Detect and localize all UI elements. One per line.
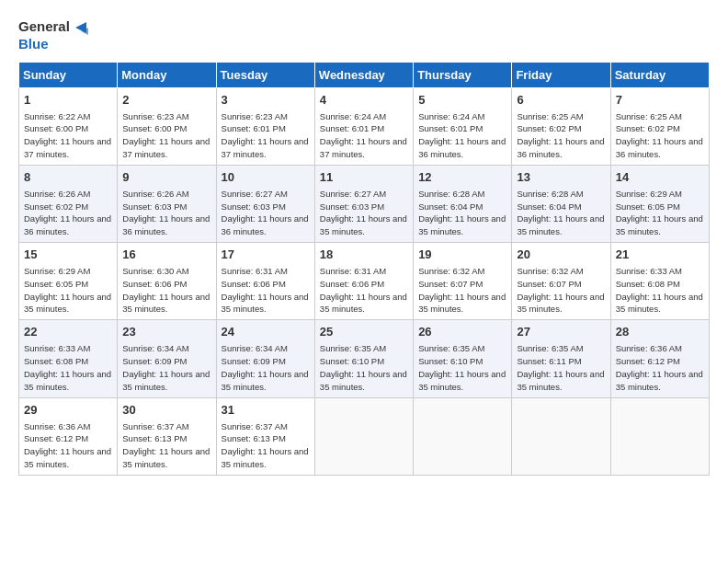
page-header: General Blue — [18, 18, 710, 52]
day-number: 5 — [418, 92, 506, 109]
day-number: 13 — [517, 169, 605, 186]
day-number: 22 — [24, 324, 112, 340]
day-info: Sunrise: 6:30 AMSunset: 6:06 PMDaylight:… — [122, 265, 210, 316]
day-info: Sunrise: 6:32 AMSunset: 6:07 PMDaylight:… — [418, 265, 506, 316]
day-number: 14 — [616, 169, 704, 186]
calendar-cell: 1Sunrise: 6:22 AMSunset: 6:00 PMDaylight… — [19, 87, 118, 165]
day-number: 19 — [418, 247, 506, 263]
calendar-cell: 11Sunrise: 6:27 AMSunset: 6:03 PMDayligh… — [314, 165, 413, 242]
day-number: 18 — [320, 247, 408, 263]
day-number: 29 — [24, 402, 112, 419]
calendar-cell: 24Sunrise: 6:34 AMSunset: 6:09 PMDayligh… — [216, 320, 314, 397]
calendar-table: SundayMondayTuesdayWednesdayThursdayFrid… — [18, 62, 710, 476]
day-number: 26 — [418, 324, 506, 340]
day-info: Sunrise: 6:37 AMSunset: 6:13 PMDaylight:… — [222, 420, 310, 471]
header-day-thursday: Thursday — [414, 62, 512, 87]
calendar-cell: 16Sunrise: 6:30 AMSunset: 6:06 PMDayligh… — [118, 243, 216, 320]
calendar-cell — [610, 397, 709, 475]
day-info: Sunrise: 6:33 AMSunset: 6:08 PMDaylight:… — [616, 265, 704, 316]
calendar-cell: 27Sunrise: 6:35 AMSunset: 6:11 PMDayligh… — [512, 320, 610, 397]
header-day-sunday: Sunday — [19, 62, 118, 87]
calendar-cell: 4Sunrise: 6:24 AMSunset: 6:01 PMDaylight… — [314, 87, 413, 165]
day-info: Sunrise: 6:35 AMSunset: 6:10 PMDaylight:… — [418, 342, 506, 393]
day-number: 30 — [122, 402, 210, 419]
calendar-cell: 20Sunrise: 6:32 AMSunset: 6:07 PMDayligh… — [512, 243, 610, 320]
day-info: Sunrise: 6:22 AMSunset: 6:00 PMDaylight:… — [24, 110, 112, 161]
header-day-friday: Friday — [512, 62, 610, 87]
calendar-cell: 19Sunrise: 6:32 AMSunset: 6:07 PMDayligh… — [414, 243, 512, 320]
day-number: 1 — [24, 92, 112, 109]
day-info: Sunrise: 6:28 AMSunset: 6:04 PMDaylight:… — [418, 188, 506, 238]
header-day-wednesday: Wednesday — [314, 62, 413, 87]
day-info: Sunrise: 6:28 AMSunset: 6:04 PMDaylight:… — [517, 188, 605, 238]
calendar-cell: 9Sunrise: 6:26 AMSunset: 6:03 PMDaylight… — [118, 165, 216, 242]
calendar-cell — [314, 397, 413, 475]
calendar-cell: 30Sunrise: 6:37 AMSunset: 6:13 PMDayligh… — [118, 397, 216, 475]
day-info: Sunrise: 6:29 AMSunset: 6:05 PMDaylight:… — [616, 188, 704, 238]
day-info: Sunrise: 6:35 AMSunset: 6:10 PMDaylight:… — [320, 342, 408, 393]
day-number: 2 — [122, 92, 210, 109]
calendar-cell: 3Sunrise: 6:23 AMSunset: 6:01 PMDaylight… — [216, 87, 314, 165]
day-number: 25 — [320, 324, 408, 340]
header-row: SundayMondayTuesdayWednesdayThursdayFrid… — [19, 62, 710, 87]
day-info: Sunrise: 6:33 AMSunset: 6:08 PMDaylight:… — [24, 342, 112, 393]
day-info: Sunrise: 6:27 AMSunset: 6:03 PMDaylight:… — [222, 188, 310, 238]
day-info: Sunrise: 6:34 AMSunset: 6:09 PMDaylight:… — [122, 342, 210, 393]
week-row-3: 15Sunrise: 6:29 AMSunset: 6:05 PMDayligh… — [19, 243, 710, 320]
day-info: Sunrise: 6:26 AMSunset: 6:03 PMDaylight:… — [122, 188, 210, 238]
calendar-cell: 28Sunrise: 6:36 AMSunset: 6:12 PMDayligh… — [610, 320, 709, 397]
calendar-cell: 29Sunrise: 6:36 AMSunset: 6:12 PMDayligh… — [19, 397, 118, 475]
day-info: Sunrise: 6:37 AMSunset: 6:13 PMDaylight:… — [122, 420, 210, 471]
day-number: 28 — [616, 324, 704, 340]
calendar-cell: 13Sunrise: 6:28 AMSunset: 6:04 PMDayligh… — [512, 165, 610, 242]
day-info: Sunrise: 6:36 AMSunset: 6:12 PMDaylight:… — [616, 342, 704, 393]
calendar-cell: 14Sunrise: 6:29 AMSunset: 6:05 PMDayligh… — [610, 165, 709, 242]
calendar-cell: 2Sunrise: 6:23 AMSunset: 6:00 PMDaylight… — [118, 87, 216, 165]
calendar-cell: 31Sunrise: 6:37 AMSunset: 6:13 PMDayligh… — [216, 397, 314, 475]
day-info: Sunrise: 6:29 AMSunset: 6:05 PMDaylight:… — [24, 265, 112, 316]
header-day-saturday: Saturday — [610, 62, 709, 87]
week-row-4: 22Sunrise: 6:33 AMSunset: 6:08 PMDayligh… — [19, 320, 710, 397]
day-info: Sunrise: 6:36 AMSunset: 6:12 PMDaylight:… — [24, 420, 112, 471]
calendar-cell: 8Sunrise: 6:26 AMSunset: 6:02 PMDaylight… — [19, 165, 118, 242]
calendar-cell: 6Sunrise: 6:25 AMSunset: 6:02 PMDaylight… — [512, 87, 610, 165]
day-info: Sunrise: 6:35 AMSunset: 6:11 PMDaylight:… — [517, 342, 605, 393]
calendar-cell: 12Sunrise: 6:28 AMSunset: 6:04 PMDayligh… — [414, 165, 512, 242]
day-info: Sunrise: 6:31 AMSunset: 6:06 PMDaylight:… — [320, 265, 408, 316]
calendar-cell: 10Sunrise: 6:27 AMSunset: 6:03 PMDayligh… — [216, 165, 314, 242]
day-info: Sunrise: 6:24 AMSunset: 6:01 PMDaylight:… — [418, 110, 506, 161]
week-row-2: 8Sunrise: 6:26 AMSunset: 6:02 PMDaylight… — [19, 165, 710, 242]
day-info: Sunrise: 6:27 AMSunset: 6:03 PMDaylight:… — [320, 188, 408, 238]
day-info: Sunrise: 6:23 AMSunset: 6:01 PMDaylight:… — [222, 110, 310, 161]
logo-text: General Blue — [18, 18, 90, 52]
calendar-cell: 22Sunrise: 6:33 AMSunset: 6:08 PMDayligh… — [19, 320, 118, 397]
day-number: 7 — [616, 92, 704, 109]
day-number: 27 — [517, 324, 605, 340]
day-number: 6 — [517, 92, 605, 109]
day-info: Sunrise: 6:32 AMSunset: 6:07 PMDaylight:… — [517, 265, 605, 316]
day-number: 23 — [122, 324, 210, 340]
calendar-cell: 15Sunrise: 6:29 AMSunset: 6:05 PMDayligh… — [19, 243, 118, 320]
day-number: 4 — [320, 92, 408, 109]
calendar-cell: 25Sunrise: 6:35 AMSunset: 6:10 PMDayligh… — [314, 320, 413, 397]
week-row-1: 1Sunrise: 6:22 AMSunset: 6:00 PMDaylight… — [19, 87, 710, 165]
day-number: 10 — [222, 169, 310, 186]
header-day-monday: Monday — [118, 62, 216, 87]
calendar-cell: 26Sunrise: 6:35 AMSunset: 6:10 PMDayligh… — [414, 320, 512, 397]
day-number: 21 — [616, 247, 704, 263]
calendar-cell: 23Sunrise: 6:34 AMSunset: 6:09 PMDayligh… — [118, 320, 216, 397]
day-number: 12 — [418, 169, 506, 186]
day-number: 31 — [222, 402, 310, 419]
calendar-cell: 21Sunrise: 6:33 AMSunset: 6:08 PMDayligh… — [610, 243, 709, 320]
calendar-cell: 18Sunrise: 6:31 AMSunset: 6:06 PMDayligh… — [314, 243, 413, 320]
day-info: Sunrise: 6:34 AMSunset: 6:09 PMDaylight:… — [222, 342, 310, 393]
day-number: 8 — [24, 169, 112, 186]
calendar-header: SundayMondayTuesdayWednesdayThursdayFrid… — [19, 62, 710, 87]
day-number: 3 — [222, 92, 310, 109]
logo: General Blue — [18, 18, 90, 52]
header-day-tuesday: Tuesday — [216, 62, 314, 87]
day-number: 11 — [320, 169, 408, 186]
day-number: 9 — [122, 169, 210, 186]
day-number: 15 — [24, 247, 112, 263]
day-info: Sunrise: 6:26 AMSunset: 6:02 PMDaylight:… — [24, 188, 112, 238]
